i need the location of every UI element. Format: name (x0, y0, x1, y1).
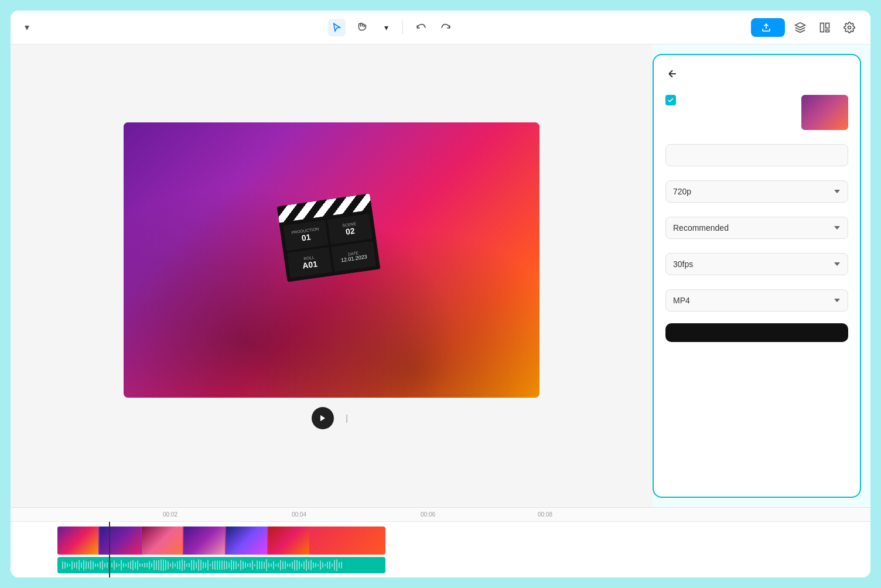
clip-thumb-5 (226, 527, 267, 555)
cover-thumb-image (801, 95, 848, 130)
zoom-selector-button[interactable]: ▾ (377, 20, 393, 35)
svg-point-5 (848, 26, 851, 29)
export-icon (762, 23, 771, 32)
resolution-select[interactable]: 720p 360p 480p 1080p 4K (665, 180, 848, 203)
cover-left (665, 95, 681, 105)
ruler-mark-3: 00:06 (421, 511, 435, 518)
add-cover-checkbox[interactable] (665, 95, 676, 105)
ruler-mark-2: 00:04 (292, 511, 306, 518)
ruler-mark-4: 00:08 (538, 511, 552, 518)
resolution-select-wrapper: 720p 360p 480p 1080p 4K (665, 180, 848, 203)
select-tool-button[interactable] (328, 19, 346, 36)
clip-thumb-6 (268, 527, 309, 555)
video-area: PRODUCTION 01 SCENE 02 ROLL A01 (11, 45, 653, 507)
clip-thumb-2 (100, 527, 141, 555)
toolbar-right (751, 18, 859, 37)
timeline-tracks: // Generate waveform bars inline const w… (11, 522, 870, 577)
toolbar-left: ▾ (22, 19, 32, 35)
toolbar: ▾ ▾ (11, 11, 870, 45)
svg-marker-1 (795, 22, 805, 27)
format-field-group: MP4 MOV AVI GIF (665, 285, 848, 312)
svg-rect-4 (826, 30, 829, 32)
add-cover-row (665, 95, 681, 105)
name-input[interactable] (665, 144, 848, 166)
zoom-chevron-icon: ▾ (384, 23, 388, 32)
clip-thumb-3 (142, 527, 183, 555)
svg-marker-6 (320, 415, 325, 422)
back-icon (667, 68, 678, 80)
export-settings-panel: 720p 360p 480p 1080p 4K Recommended Low … (653, 54, 861, 498)
undo-button[interactable] (412, 19, 430, 36)
hand-tool-button[interactable] (353, 19, 370, 36)
time-display: | (342, 413, 351, 423)
clip-thumb-1 (57, 527, 98, 555)
clapboard-cell-2: SCENE 02 (327, 214, 372, 245)
layout-button[interactable] (815, 18, 834, 37)
time-separator: | (346, 413, 348, 423)
ruler-mark-1: 00:02 (163, 511, 177, 518)
quality-select-wrapper: Recommended Low Medium High (665, 217, 848, 239)
video-cover-row (665, 95, 848, 130)
panel-header (665, 67, 848, 81)
timeline-area: 00:02 00:04 00:06 00:08 (11, 507, 870, 577)
settings-button[interactable] (840, 18, 859, 37)
export-action-button[interactable] (665, 323, 848, 342)
svg-rect-2 (821, 23, 824, 32)
frame-rate-select-wrapper: 30fps 24fps 25fps 60fps (665, 253, 848, 275)
quality-field-group: Recommended Low Medium High (665, 212, 848, 239)
clapboard-cell-3: ROLL A01 (287, 247, 332, 278)
quality-select[interactable]: Recommended Low Medium High (665, 217, 848, 239)
clip-thumb-4 (184, 527, 225, 555)
cover-thumbnail[interactable] (801, 95, 848, 130)
clapboard-body: PRODUCTION 01 SCENE 02 ROLL A01 (279, 210, 380, 282)
play-button[interactable] (312, 407, 334, 429)
video-track[interactable] (57, 527, 870, 555)
name-field-group (665, 139, 848, 166)
timeline-ruler: 00:02 00:04 00:06 00:08 (11, 508, 870, 522)
menu-chevron-button[interactable]: ▾ (22, 19, 32, 35)
clapboard-cell-4: DATE 12.01.2023 (331, 241, 376, 272)
resolution-field-group: 720p 360p 480p 1080p 4K (665, 176, 848, 203)
svg-rect-3 (826, 23, 829, 28)
play-icon (319, 414, 327, 422)
frame-rate-field-group: 30fps 24fps 25fps 60fps (665, 248, 848, 275)
back-button[interactable] (665, 67, 679, 81)
toolbar-divider (402, 20, 403, 35)
video-cover-section (665, 90, 848, 130)
export-button[interactable] (751, 18, 785, 37)
video-clip[interactable] (57, 527, 385, 555)
video-scene: PRODUCTION 01 SCENE 02 ROLL A01 (124, 122, 539, 398)
video-controls: | (312, 407, 351, 429)
main-content: PRODUCTION 01 SCENE 02 ROLL A01 (11, 45, 870, 507)
clapboard-cell-1: PRODUCTION 01 (283, 220, 328, 251)
video-preview: PRODUCTION 01 SCENE 02 ROLL A01 (124, 122, 539, 398)
layers-button[interactable] (791, 18, 810, 37)
playhead (109, 522, 110, 577)
clapboard-prop: PRODUCTION 01 SCENE 02 ROLL A01 (277, 193, 381, 282)
redo-button[interactable] (437, 19, 455, 36)
audio-track[interactable]: // Generate waveform bars inline const w… (57, 557, 385, 573)
format-select[interactable]: MP4 MOV AVI GIF (665, 289, 848, 312)
format-select-wrapper: MP4 MOV AVI GIF (665, 289, 848, 312)
toolbar-center: ▾ (328, 19, 455, 36)
frame-rate-select[interactable]: 30fps 24fps 25fps 60fps (665, 253, 848, 275)
